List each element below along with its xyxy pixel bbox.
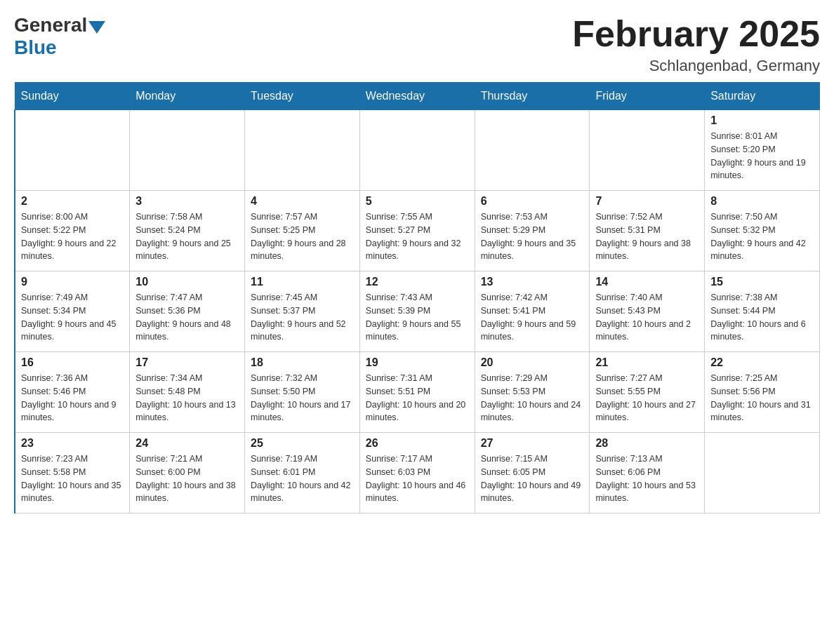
- logo-arrow-icon: [88, 21, 105, 34]
- day-info: Sunrise: 7:19 AMSunset: 6:01 PMDaylight:…: [251, 452, 354, 505]
- day-info: Sunrise: 7:31 AMSunset: 5:51 PMDaylight:…: [366, 372, 469, 424]
- weekday-header-sunday: Sunday: [15, 83, 130, 110]
- day-info: Sunrise: 7:34 AMSunset: 5:48 PMDaylight:…: [135, 372, 239, 424]
- weekday-header-tuesday: Tuesday: [245, 83, 360, 110]
- day-info: Sunrise: 7:47 AMSunset: 5:36 PMDaylight:…: [135, 291, 239, 344]
- month-title: February 2025: [572, 14, 820, 54]
- day-number: 3: [135, 195, 239, 208]
- day-info: Sunrise: 7:13 AMSunset: 6:06 PMDaylight:…: [595, 452, 699, 505]
- calendar-cell: [590, 110, 705, 191]
- weekday-header-saturday: Saturday: [705, 83, 820, 110]
- day-info: Sunrise: 7:57 AMSunset: 5:25 PMDaylight:…: [251, 210, 354, 263]
- calendar-cell: 23Sunrise: 7:23 AMSunset: 5:58 PMDayligh…: [15, 433, 130, 514]
- calendar-cell: 6Sunrise: 7:53 AMSunset: 5:29 PMDaylight…: [475, 191, 590, 271]
- weekday-header-row: SundayMondayTuesdayWednesdayThursdayFrid…: [15, 83, 820, 110]
- calendar-cell: 4Sunrise: 7:57 AMSunset: 5:25 PMDaylight…: [245, 191, 360, 271]
- day-number: 15: [710, 276, 814, 288]
- calendar-cell: 8Sunrise: 7:50 AMSunset: 5:32 PMDaylight…: [705, 191, 820, 271]
- calendar-cell: 16Sunrise: 7:36 AMSunset: 5:46 PMDayligh…: [15, 352, 130, 433]
- day-info: Sunrise: 7:43 AMSunset: 5:39 PMDaylight:…: [366, 291, 469, 344]
- calendar-cell: 17Sunrise: 7:34 AMSunset: 5:48 PMDayligh…: [130, 352, 245, 433]
- calendar-cell: 25Sunrise: 7:19 AMSunset: 6:01 PMDayligh…: [245, 433, 360, 514]
- day-number: 26: [366, 437, 469, 450]
- day-info: Sunrise: 7:15 AMSunset: 6:05 PMDaylight:…: [481, 452, 584, 505]
- calendar-cell: 27Sunrise: 7:15 AMSunset: 6:05 PMDayligh…: [475, 433, 590, 514]
- day-number: 25: [251, 437, 354, 450]
- day-number: 14: [595, 276, 699, 288]
- day-number: 22: [710, 356, 814, 369]
- weekday-header-wednesday: Wednesday: [359, 83, 475, 110]
- day-number: 18: [251, 356, 354, 369]
- day-number: 2: [21, 195, 124, 208]
- calendar-cell: [705, 433, 820, 514]
- calendar-cell: 26Sunrise: 7:17 AMSunset: 6:03 PMDayligh…: [359, 433, 475, 514]
- location-subtitle: Schlangenbad, Germany: [572, 57, 820, 75]
- day-info: Sunrise: 7:21 AMSunset: 6:00 PMDaylight:…: [135, 452, 239, 505]
- week-row-3: 9Sunrise: 7:49 AMSunset: 5:34 PMDaylight…: [15, 271, 820, 352]
- day-number: 20: [481, 356, 584, 369]
- calendar-cell: 10Sunrise: 7:47 AMSunset: 5:36 PMDayligh…: [130, 271, 245, 352]
- calendar-cell: 14Sunrise: 7:40 AMSunset: 5:43 PMDayligh…: [590, 271, 705, 352]
- calendar-cell: 1Sunrise: 8:01 AMSunset: 5:20 PMDaylight…: [705, 110, 820, 191]
- week-row-5: 23Sunrise: 7:23 AMSunset: 5:58 PMDayligh…: [15, 433, 820, 514]
- day-info: Sunrise: 7:53 AMSunset: 5:29 PMDaylight:…: [481, 210, 584, 263]
- day-info: Sunrise: 7:45 AMSunset: 5:37 PMDaylight:…: [251, 291, 354, 344]
- day-number: 6: [481, 195, 584, 208]
- day-info: Sunrise: 7:50 AMSunset: 5:32 PMDaylight:…: [710, 210, 814, 263]
- calendar-cell: 28Sunrise: 7:13 AMSunset: 6:06 PMDayligh…: [590, 433, 705, 514]
- day-info: Sunrise: 7:40 AMSunset: 5:43 PMDaylight:…: [595, 291, 699, 344]
- day-info: Sunrise: 7:52 AMSunset: 5:31 PMDaylight:…: [595, 210, 699, 263]
- calendar-cell: [359, 110, 475, 191]
- day-info: Sunrise: 7:17 AMSunset: 6:03 PMDaylight:…: [366, 452, 469, 505]
- day-info: Sunrise: 7:27 AMSunset: 5:55 PMDaylight:…: [595, 372, 699, 424]
- calendar-cell: 19Sunrise: 7:31 AMSunset: 5:51 PMDayligh…: [359, 352, 475, 433]
- day-number: 19: [366, 356, 469, 369]
- day-info: Sunrise: 7:29 AMSunset: 5:53 PMDaylight:…: [481, 372, 584, 424]
- day-number: 9: [21, 276, 124, 288]
- day-number: 23: [21, 437, 124, 450]
- day-number: 10: [135, 276, 239, 288]
- logo: General Blue: [14, 14, 107, 59]
- calendar-cell: 3Sunrise: 7:58 AMSunset: 5:24 PMDaylight…: [130, 191, 245, 271]
- calendar-cell: 9Sunrise: 7:49 AMSunset: 5:34 PMDaylight…: [15, 271, 130, 352]
- day-number: 28: [595, 437, 699, 450]
- day-info: Sunrise: 7:58 AMSunset: 5:24 PMDaylight:…: [135, 210, 239, 263]
- day-number: 16: [21, 356, 124, 369]
- calendar-cell: 20Sunrise: 7:29 AMSunset: 5:53 PMDayligh…: [475, 352, 590, 433]
- week-row-4: 16Sunrise: 7:36 AMSunset: 5:46 PMDayligh…: [15, 352, 820, 433]
- day-info: Sunrise: 7:42 AMSunset: 5:41 PMDaylight:…: [481, 291, 584, 344]
- day-number: 17: [135, 356, 239, 369]
- week-row-2: 2Sunrise: 8:00 AMSunset: 5:22 PMDaylight…: [15, 191, 820, 271]
- calendar-cell: 12Sunrise: 7:43 AMSunset: 5:39 PMDayligh…: [359, 271, 475, 352]
- day-info: Sunrise: 7:25 AMSunset: 5:56 PMDaylight:…: [710, 372, 814, 424]
- day-info: Sunrise: 8:00 AMSunset: 5:22 PMDaylight:…: [21, 210, 124, 263]
- day-number: 12: [366, 276, 469, 288]
- week-row-1: 1Sunrise: 8:01 AMSunset: 5:20 PMDaylight…: [15, 110, 820, 191]
- calendar-cell: [130, 110, 245, 191]
- day-number: 21: [595, 356, 699, 369]
- calendar-cell: 13Sunrise: 7:42 AMSunset: 5:41 PMDayligh…: [475, 271, 590, 352]
- calendar-cell: [475, 110, 590, 191]
- day-number: 8: [710, 195, 814, 208]
- page-header: General Blue February 2025 Schlangenbad,…: [14, 14, 820, 75]
- weekday-header-friday: Friday: [590, 83, 705, 110]
- calendar-cell: 2Sunrise: 8:00 AMSunset: 5:22 PMDaylight…: [15, 191, 130, 271]
- calendar-cell: 18Sunrise: 7:32 AMSunset: 5:50 PMDayligh…: [245, 352, 360, 433]
- weekday-header-monday: Monday: [130, 83, 245, 110]
- day-info: Sunrise: 7:36 AMSunset: 5:46 PMDaylight:…: [21, 372, 124, 424]
- calendar-cell: 22Sunrise: 7:25 AMSunset: 5:56 PMDayligh…: [705, 352, 820, 433]
- title-area: February 2025 Schlangenbad, Germany: [572, 14, 820, 75]
- day-number: 1: [710, 114, 814, 127]
- day-info: Sunrise: 7:32 AMSunset: 5:50 PMDaylight:…: [251, 372, 354, 424]
- calendar-cell: [15, 110, 130, 191]
- logo-blue-text: Blue: [14, 36, 57, 59]
- calendar-cell: [245, 110, 360, 191]
- day-number: 5: [366, 195, 469, 208]
- day-info: Sunrise: 7:55 AMSunset: 5:27 PMDaylight:…: [366, 210, 469, 263]
- calendar-table: SundayMondayTuesdayWednesdayThursdayFrid…: [14, 82, 820, 514]
- logo-general-text: General: [14, 14, 87, 36]
- day-info: Sunrise: 7:38 AMSunset: 5:44 PMDaylight:…: [710, 291, 814, 344]
- day-number: 4: [251, 195, 354, 208]
- calendar-cell: 5Sunrise: 7:55 AMSunset: 5:27 PMDaylight…: [359, 191, 475, 271]
- day-number: 11: [251, 276, 354, 288]
